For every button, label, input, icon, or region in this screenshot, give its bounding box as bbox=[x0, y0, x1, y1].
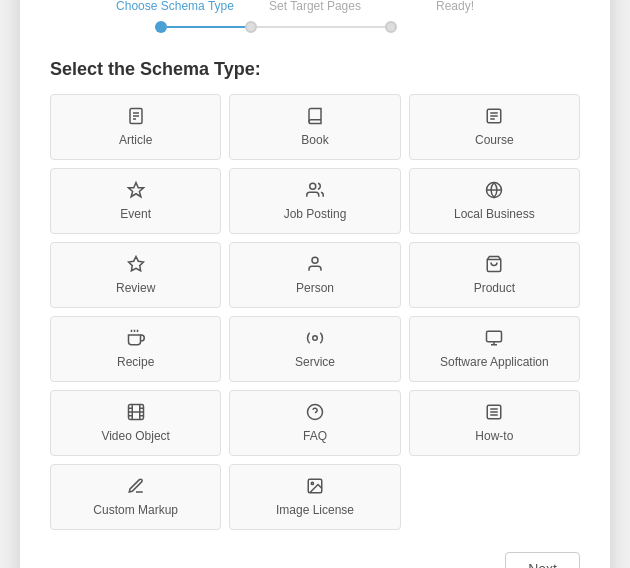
product-icon bbox=[485, 255, 503, 276]
faq-label: FAQ bbox=[303, 429, 327, 443]
svg-point-13 bbox=[312, 257, 318, 263]
recipe-label: Recipe bbox=[117, 355, 154, 369]
image-license-label: Image License bbox=[276, 503, 354, 517]
content-area: Select the Schema Type: ArticleBookCours… bbox=[20, 49, 610, 540]
schema-item-event[interactable]: Event bbox=[50, 168, 221, 234]
course-label: Course bbox=[475, 133, 514, 147]
step-2-label: Set Target Pages bbox=[269, 0, 361, 13]
schema-item-person[interactable]: Person bbox=[229, 242, 400, 308]
person-label: Person bbox=[296, 281, 334, 295]
schema-item-faq[interactable]: FAQ bbox=[229, 390, 400, 456]
video-object-label: Video Object bbox=[101, 429, 170, 443]
book-label: Book bbox=[301, 133, 328, 147]
schema-item-image-license[interactable]: Image License bbox=[229, 464, 400, 530]
step-1-label: Choose Schema Type bbox=[116, 0, 234, 13]
step-3: Ready! bbox=[385, 0, 525, 33]
schema-item-review[interactable]: Review bbox=[50, 242, 221, 308]
schema-item-job-posting[interactable]: Job Posting bbox=[229, 168, 400, 234]
job-posting-icon bbox=[306, 181, 324, 202]
step-1-line bbox=[167, 26, 245, 28]
review-label: Review bbox=[116, 281, 155, 295]
section-title: Select the Schema Type: bbox=[50, 59, 580, 80]
svg-point-18 bbox=[313, 336, 318, 341]
custom-markup-icon bbox=[127, 477, 145, 498]
schema-item-recipe[interactable]: Recipe bbox=[50, 316, 221, 382]
schema-item-video-object[interactable]: Video Object bbox=[50, 390, 221, 456]
schema-item-product[interactable]: Product bbox=[409, 242, 580, 308]
schema-item-local-business[interactable]: Local Business bbox=[409, 168, 580, 234]
faq-icon bbox=[306, 403, 324, 424]
schema-item-how-to[interactable]: How-to bbox=[409, 390, 580, 456]
article-icon bbox=[127, 107, 145, 128]
main-window: SCHEMA PRO Choose Schema Type Set Target… bbox=[20, 0, 610, 568]
how-to-icon bbox=[485, 403, 503, 424]
schema-item-book[interactable]: Book bbox=[229, 94, 400, 160]
review-icon bbox=[127, 255, 145, 276]
local-business-label: Local Business bbox=[454, 207, 535, 221]
service-label: Service bbox=[295, 355, 335, 369]
step-3-dot bbox=[385, 21, 397, 33]
book-icon bbox=[306, 107, 324, 128]
step-3-label: Ready! bbox=[436, 0, 474, 13]
product-label: Product bbox=[474, 281, 515, 295]
person-icon bbox=[306, 255, 324, 276]
image-license-icon bbox=[306, 477, 324, 498]
step-1-dot bbox=[155, 21, 167, 33]
svg-point-30 bbox=[311, 482, 313, 484]
stepper: Choose Schema Type Set Target Pages Read… bbox=[20, 0, 610, 49]
next-button[interactable]: Next bbox=[505, 552, 580, 568]
software-application-icon bbox=[485, 329, 503, 350]
schema-item-article[interactable]: Article bbox=[50, 94, 221, 160]
svg-marker-12 bbox=[128, 257, 143, 271]
recipe-icon bbox=[127, 329, 145, 350]
job-posting-label: Job Posting bbox=[284, 207, 347, 221]
local-business-icon bbox=[485, 181, 503, 202]
event-label: Event bbox=[120, 207, 151, 221]
event-icon bbox=[127, 181, 145, 202]
custom-markup-label: Custom Markup bbox=[93, 503, 178, 517]
schema-item-software-application[interactable]: Software Application bbox=[409, 316, 580, 382]
step-2: Set Target Pages bbox=[245, 0, 385, 33]
svg-rect-19 bbox=[487, 331, 502, 342]
course-icon bbox=[485, 107, 503, 128]
how-to-label: How-to bbox=[475, 429, 513, 443]
article-label: Article bbox=[119, 133, 152, 147]
svg-point-9 bbox=[310, 183, 316, 189]
footer: Next bbox=[20, 540, 610, 568]
service-icon bbox=[306, 329, 324, 350]
svg-marker-8 bbox=[128, 183, 143, 197]
video-object-icon bbox=[127, 403, 145, 424]
schema-item-custom-markup[interactable]: Custom Markup bbox=[50, 464, 221, 530]
step-1: Choose Schema Type bbox=[105, 0, 245, 33]
schema-grid: ArticleBookCourseEventJob PostingLocal B… bbox=[50, 94, 580, 530]
step-2-dot bbox=[245, 21, 257, 33]
schema-item-course[interactable]: Course bbox=[409, 94, 580, 160]
schema-item-service[interactable]: Service bbox=[229, 316, 400, 382]
step-2-line bbox=[257, 26, 385, 28]
software-application-label: Software Application bbox=[440, 355, 549, 369]
